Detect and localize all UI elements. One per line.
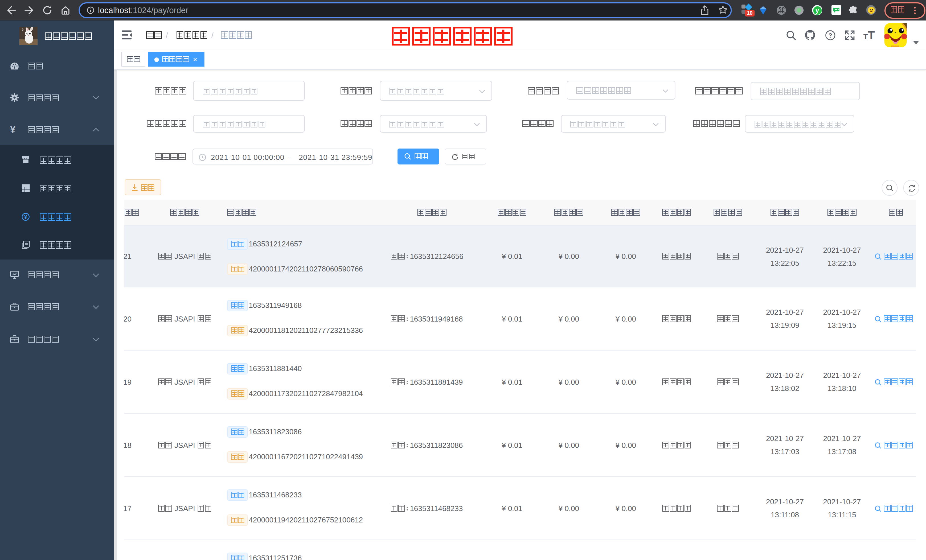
svg-text:¥: ¥	[24, 214, 27, 220]
svg-text:?: ?	[828, 32, 832, 39]
